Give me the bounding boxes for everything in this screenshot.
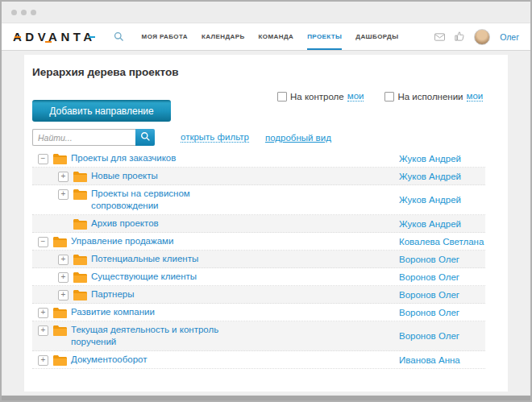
main-nav: МОЯ РАБОТАКАЛЕНДАРЬКОМАНДАПРОЕКТЫДАШБОРД… bbox=[142, 23, 399, 50]
owner-link[interactable]: Воронов Олег bbox=[399, 272, 459, 282]
owner-link[interactable]: Жуков Андрей bbox=[399, 172, 461, 181]
search-row: открыть фильтр подробный вид bbox=[32, 129, 331, 146]
expand-toggle-icon[interactable]: + bbox=[58, 189, 69, 200]
window-control-icon[interactable] bbox=[11, 10, 17, 15]
nav-item-3[interactable]: ПРОЕКТЫ bbox=[307, 23, 342, 50]
project-tree: −Проекты для заказчиковЖуков Андрей+Новы… bbox=[32, 150, 485, 369]
logo-text: ADVANTA bbox=[13, 30, 96, 44]
expand-toggle-icon[interactable]: + bbox=[58, 290, 69, 300]
tree-row: +Новые проектыЖуков Андрей bbox=[32, 168, 485, 185]
folder-icon bbox=[53, 308, 67, 318]
tree-row: +Проекты на сервисном сопровожденииЖуков… bbox=[32, 185, 485, 215]
folder-icon bbox=[53, 237, 67, 247]
tree-row: Архив проектовЖуков Андрей bbox=[32, 215, 485, 233]
expand-toggle-icon[interactable]: + bbox=[58, 172, 69, 182]
search-icon[interactable] bbox=[114, 31, 124, 42]
add-direction-button[interactable]: Добавить направление bbox=[32, 100, 171, 122]
nav-item-4[interactable]: ДАШБОРДЫ bbox=[355, 23, 398, 50]
folder-icon bbox=[73, 255, 87, 265]
nav-item-1[interactable]: КАЛЕНДАРЬ bbox=[202, 23, 245, 50]
filter-checkbox[interactable] bbox=[384, 92, 394, 102]
tree-row: +ПартнерыВоронов Олег bbox=[32, 286, 485, 304]
project-link[interactable]: Архив проектов bbox=[91, 218, 252, 230]
folder-icon bbox=[53, 325, 67, 336]
user-avatar[interactable] bbox=[474, 29, 490, 45]
owner-link[interactable]: Воронов Олег bbox=[399, 290, 459, 300]
filter-group-0: На контролемои bbox=[277, 91, 364, 102]
tree-row: +Развитие компанииВоронов Олег bbox=[32, 304, 485, 321]
project-link[interactable]: Проекты для заказчиков bbox=[71, 152, 232, 164]
my-items-link[interactable]: мои bbox=[347, 91, 364, 102]
logo-accent-blue bbox=[89, 36, 95, 38]
search-input[interactable] bbox=[32, 129, 135, 146]
tree-row: +Существующие клиентыВоронов Олег bbox=[32, 268, 485, 286]
tree-row: +Текущая деятельность и контроль поручен… bbox=[32, 321, 485, 351]
owner-link[interactable]: Ковалева Светлана bbox=[399, 237, 484, 247]
logo-accent-orange bbox=[15, 36, 21, 38]
folder-icon bbox=[73, 272, 87, 283]
owner-link[interactable]: Жуков Андрей bbox=[399, 154, 461, 164]
folder-icon bbox=[53, 355, 67, 366]
filter-group-1: На исполнениимои bbox=[384, 91, 483, 102]
folder-icon bbox=[73, 219, 87, 230]
expand-toggle-icon[interactable]: + bbox=[58, 272, 69, 283]
owner-link[interactable]: Жуков Андрей bbox=[399, 195, 461, 205]
nav-item-2[interactable]: КОМАНДА bbox=[259, 23, 294, 50]
browser-titlebar bbox=[2, 2, 530, 23]
folder-icon bbox=[53, 154, 67, 164]
filter-checkboxes: На контролемоиНа исполнениимои bbox=[277, 91, 483, 102]
thumbs-up-icon[interactable] bbox=[455, 30, 464, 44]
mail-icon[interactable] bbox=[434, 30, 445, 44]
browser-window: ADVANTA МОЯ РАБОТАКАЛЕНДАРЬКОМАНДАПРОЕКТ… bbox=[0, 0, 532, 402]
project-link[interactable]: Развитие компании bbox=[71, 306, 232, 318]
window-control-icon[interactable] bbox=[21, 10, 27, 15]
page-title: Иерархия дерева проектов bbox=[32, 66, 179, 78]
expand-toggle-icon[interactable]: + bbox=[58, 255, 69, 265]
collapse-toggle-icon[interactable]: − bbox=[38, 154, 48, 164]
expand-toggle-icon[interactable]: + bbox=[38, 308, 48, 318]
window-control-icon[interactable] bbox=[31, 10, 36, 15]
user-name-link[interactable]: Олег bbox=[500, 32, 519, 42]
collapse-toggle-icon[interactable]: − bbox=[38, 237, 48, 247]
owner-link[interactable]: Воронов Олег bbox=[399, 255, 459, 264]
tree-row: +ДокументооборотИванова Анна bbox=[32, 351, 485, 369]
owner-link[interactable]: Жуков Андрей bbox=[399, 219, 461, 229]
nav-item-0[interactable]: МОЯ РАБОТА bbox=[142, 23, 188, 50]
tree-row: −Управление продажамиКовалева Светлана bbox=[32, 233, 485, 251]
filter-label: На исполнении bbox=[397, 92, 463, 102]
filter-label: На контроле bbox=[290, 92, 344, 102]
project-link[interactable]: Проекты на сервисном сопровождении bbox=[91, 188, 252, 212]
advanta-logo[interactable]: ADVANTA bbox=[13, 30, 96, 44]
page-background: Иерархия дерева проектов На контролемоиН… bbox=[3, 51, 529, 394]
search-submit-button[interactable] bbox=[135, 129, 155, 146]
magnifier-icon bbox=[140, 131, 151, 144]
app-navbar: ADVANTA МОЯ РАБОТАКАЛЕНДАРЬКОМАНДАПРОЕКТ… bbox=[2, 23, 530, 51]
folder-icon bbox=[73, 290, 87, 300]
logo-accent-orange bbox=[45, 41, 52, 43]
navbar-right: Олег bbox=[434, 29, 519, 45]
project-link[interactable]: Партнеры bbox=[91, 288, 252, 300]
tree-row: +Потенциальные клиентыВоронов Олег bbox=[32, 251, 485, 268]
owner-link[interactable]: Иванова Анна bbox=[399, 355, 460, 365]
project-link[interactable]: Существующие клиенты bbox=[91, 271, 252, 283]
expand-toggle-icon[interactable]: + bbox=[38, 355, 48, 366]
filter-checkbox[interactable] bbox=[277, 92, 287, 102]
window-bottom-bar bbox=[2, 396, 530, 400]
project-link[interactable]: Управление продажами bbox=[71, 235, 232, 247]
owner-link[interactable]: Воронов Олег bbox=[399, 331, 459, 341]
project-link[interactable]: Новые проекты bbox=[91, 170, 252, 182]
folder-icon bbox=[73, 172, 87, 182]
project-link[interactable]: Документооборот bbox=[71, 354, 232, 366]
folder-icon bbox=[73, 189, 87, 200]
owner-link[interactable]: Воронов Олег bbox=[399, 308, 459, 317]
expand-toggle-icon[interactable]: + bbox=[38, 325, 48, 336]
tree-row: −Проекты для заказчиковЖуков Андрей bbox=[32, 150, 485, 168]
open-filter-link[interactable]: открыть фильтр bbox=[181, 132, 249, 143]
detailed-view-link[interactable]: подробный вид bbox=[265, 133, 331, 143]
my-items-link[interactable]: мои bbox=[467, 91, 484, 102]
project-link[interactable]: Потенциальные клиенты bbox=[91, 253, 252, 265]
project-link[interactable]: Текущая деятельность и контроль поручени… bbox=[71, 324, 232, 348]
content-card: Иерархия дерева проектов На контролемоиН… bbox=[24, 55, 508, 392]
